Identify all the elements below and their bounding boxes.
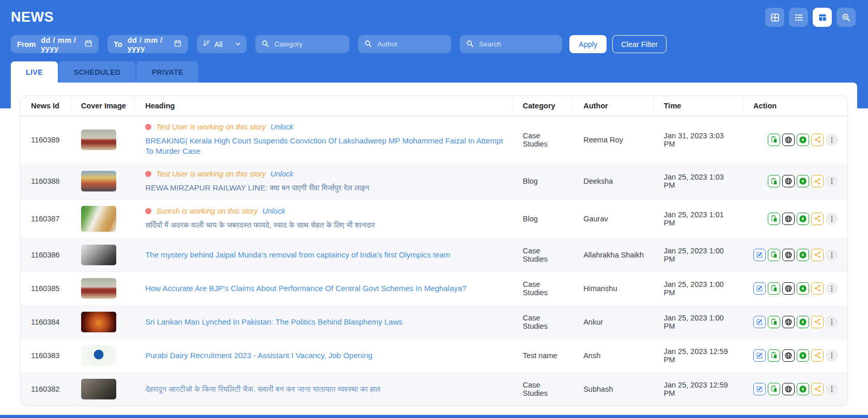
tab-scheduled[interactable]: SCHEDULED <box>59 61 136 83</box>
action-share-button[interactable] <box>811 175 824 187</box>
action-amp-button[interactable] <box>797 175 809 187</box>
news-heading-link[interactable]: BREAKING| Kerala High Court Suspends Con… <box>145 136 505 157</box>
time-cell: Jan 25, 2023 1:03 PM <box>654 163 743 199</box>
action-edit-button[interactable] <box>753 316 766 328</box>
cover-image[interactable] <box>81 206 116 232</box>
author-input[interactable] <box>376 40 445 49</box>
news-heading-link[interactable]: The mystery behind Jaipal Munda's remova… <box>145 250 450 260</box>
action-share-button[interactable] <box>811 349 824 362</box>
lock-status: Test User is working on this story Unloc… <box>145 123 505 131</box>
action-copy-button[interactable] <box>768 349 780 362</box>
action-copy-button[interactable] <box>768 134 780 146</box>
action-amp-button[interactable] <box>797 134 809 146</box>
news-heading-link[interactable]: How Accurate Are BJP's Claims About Perf… <box>145 283 466 294</box>
action-globe-button[interactable] <box>782 282 795 295</box>
action-more-button[interactable] <box>826 282 838 295</box>
action-globe-button[interactable] <box>782 213 795 225</box>
action-globe-button[interactable] <box>782 316 795 328</box>
action-globe-button[interactable] <box>782 249 795 261</box>
action-copy-button[interactable] <box>768 249 780 261</box>
category-input[interactable] <box>273 40 343 49</box>
action-edit-button[interactable] <box>753 282 766 295</box>
table-view-icon <box>818 13 827 22</box>
cover-image[interactable] <box>81 312 116 332</box>
action-more-button[interactable] <box>826 175 838 187</box>
column-header-category: Category <box>513 96 573 116</box>
heading-cell: Sri Lankan Man Lynched In Pakistan: The … <box>135 305 513 339</box>
news-heading-link[interactable]: Purabi Dairy Recruitment 2023 - Assistan… <box>145 350 373 361</box>
action-cell <box>743 116 847 163</box>
action-edit-button[interactable] <box>753 349 766 362</box>
cover-image[interactable] <box>81 130 116 150</box>
action-more-button[interactable] <box>826 349 838 362</box>
unlock-link[interactable]: Unlock <box>270 123 293 131</box>
action-amp-button[interactable] <box>797 349 809 362</box>
action-copy-button[interactable] <box>768 282 780 295</box>
action-amp-button[interactable] <box>797 249 809 261</box>
heading-cell: How Accurate Are BJP's Claims About Perf… <box>135 271 513 305</box>
clear-filter-button[interactable]: Clear Filter <box>612 35 667 53</box>
to-date-input[interactable]: To dd / mm / yyyy <box>107 35 188 53</box>
cover-image[interactable] <box>81 171 116 191</box>
tab-private[interactable]: PRIVATE <box>136 61 198 83</box>
action-buttons <box>753 249 840 261</box>
action-globe-button[interactable] <box>782 383 795 395</box>
news-heading-link[interactable]: सर्दियों में अदरक वाली चाय के जबरदस्त फा… <box>145 220 375 230</box>
list-view-button[interactable] <box>789 8 808 27</box>
action-buttons <box>753 134 840 146</box>
action-amp-button[interactable] <box>797 213 809 225</box>
news-id-cell: 1160382 <box>21 372 71 406</box>
table-row: 1160382 देहरादून आरटीओ के किया रियलिटी च… <box>21 372 847 406</box>
cover-image[interactable] <box>81 345 116 366</box>
news-heading-link[interactable]: REWA MIRZAPUR RAILWAY LINE: क्या बन पाएग… <box>145 183 369 193</box>
action-buttons <box>753 213 840 225</box>
action-more-button[interactable] <box>826 249 838 261</box>
action-share-button[interactable] <box>811 383 824 395</box>
action-share-button[interactable] <box>811 282 824 295</box>
action-share-button[interactable] <box>811 213 824 225</box>
time-cell: Jan 25, 2023 1:01 PM <box>654 199 743 238</box>
action-globe-button[interactable] <box>782 349 795 362</box>
apply-button[interactable]: Apply <box>569 35 607 53</box>
action-more-button[interactable] <box>826 134 838 146</box>
author-cell: Allahrakha Shaikh <box>573 238 654 271</box>
heading-cell: Test User is working on this story Unloc… <box>135 163 513 199</box>
unlock-link[interactable]: Unlock <box>262 207 285 215</box>
sort-select[interactable]: All <box>197 35 246 53</box>
action-more-button[interactable] <box>826 383 838 395</box>
search-input[interactable] <box>478 40 556 49</box>
action-copy-button[interactable] <box>768 383 780 395</box>
news-table-body: 1160389 Test User is working on this sto… <box>21 116 847 406</box>
action-amp-button[interactable] <box>797 383 809 395</box>
action-amp-button[interactable] <box>797 316 809 328</box>
action-share-button[interactable] <box>811 134 824 146</box>
cover-image[interactable] <box>81 379 116 399</box>
author-cell: Himanshu <box>573 271 654 305</box>
column-header-action: Action <box>743 96 847 116</box>
action-share-button[interactable] <box>811 249 824 261</box>
news-heading-link[interactable]: Sri Lankan Man Lynched In Pakistan: The … <box>145 317 402 327</box>
action-globe-button[interactable] <box>782 134 795 146</box>
action-amp-button[interactable] <box>797 282 809 295</box>
action-more-button[interactable] <box>826 213 838 225</box>
table-view-button[interactable] <box>813 8 832 27</box>
cover-image[interactable] <box>81 245 116 265</box>
from-date-input[interactable]: From dd / mm / yyyy <box>11 35 99 53</box>
cover-image[interactable] <box>81 278 116 299</box>
tab-live[interactable]: LIVE <box>11 61 58 83</box>
grid-view-button[interactable] <box>765 8 784 27</box>
action-globe-button[interactable] <box>782 175 795 187</box>
action-more-button[interactable] <box>826 316 838 328</box>
news-heading-link[interactable]: देहरादून आरटीओ के किया रियलिटी चैक, सवार… <box>145 384 380 394</box>
zoom-search-button[interactable] <box>836 8 856 27</box>
unlock-link[interactable]: Unlock <box>270 170 293 178</box>
page-title: NEWS <box>11 9 54 25</box>
table-header-row: News Id Cover Image Heading Category Aut… <box>21 96 847 116</box>
action-copy-button[interactable] <box>768 213 780 225</box>
action-share-button[interactable] <box>811 316 824 328</box>
action-copy-button[interactable] <box>768 175 780 187</box>
action-edit-button[interactable] <box>753 383 766 395</box>
action-edit-button[interactable] <box>753 249 766 261</box>
action-copy-button[interactable] <box>768 316 780 328</box>
category-filter <box>255 35 349 53</box>
